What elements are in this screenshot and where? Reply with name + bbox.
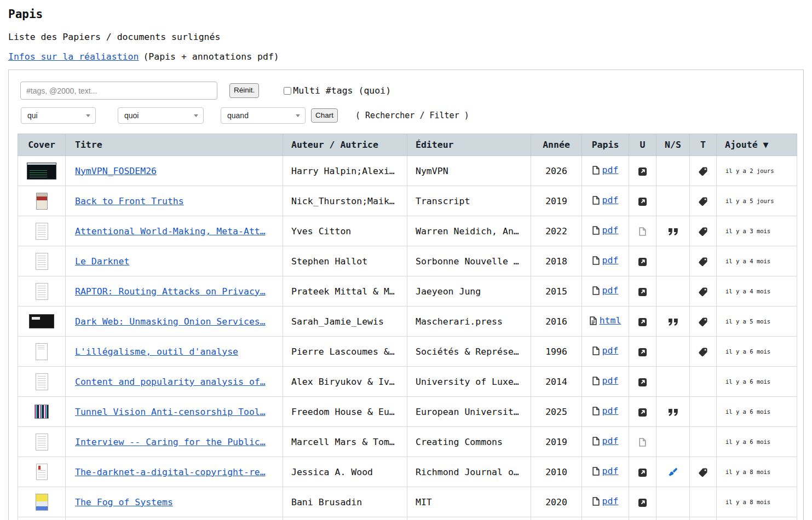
cover-thumbnail[interactable] [35,405,48,418]
author-cell: Marcell Mars & Tom… [283,427,407,457]
col-header-papis[interactable]: Papis [582,134,629,156]
tags-cell [690,427,717,457]
external-link-icon[interactable] [638,348,647,356]
papis-cell: pdf [582,337,629,367]
info-suffix: (Papis + annotations pdf) [143,51,279,62]
paper-title-link[interactable]: Dark Web: Unmasking Onion Services… [75,316,266,327]
publisher-cell: Sociétés & Représe… [407,337,531,367]
cover-thumbnail[interactable] [36,344,47,360]
select-quoi[interactable]: quoi [118,107,204,124]
cover-thumbnail[interactable] [36,494,48,510]
notes-cell [656,427,690,457]
tag-icon[interactable] [699,468,707,477]
external-link-icon[interactable] [638,198,647,206]
paper-title-link[interactable]: Le Darknet [75,256,129,267]
cover-thumbnail[interactable] [27,163,56,179]
papers-table-body: NymVPN_FOSDEM26 Harry Halpin;Alexi… NymV… [18,156,797,520]
document-link[interactable]: pdf [592,255,619,265]
external-link-icon[interactable] [638,469,647,477]
notes-cell [656,457,690,487]
search-input[interactable] [20,82,217,100]
tag-icon[interactable] [699,348,707,356]
col-header-ns[interactable]: N/S [656,134,690,156]
tag-icon[interactable] [699,167,707,176]
year-cell: 1996 [531,337,582,367]
cover-thumbnail[interactable] [37,193,47,209]
external-link-icon[interactable] [638,408,647,417]
pdf-file-gray-icon[interactable] [639,227,646,236]
select-qui[interactable]: qui [21,107,96,124]
cover-thumbnail[interactable] [36,434,48,450]
pdf-file-gray-icon[interactable] [639,438,646,447]
col-header-annee[interactable]: Année [531,134,582,156]
quote-icon [669,409,678,416]
added-cell: il y a 3 mois [717,216,797,246]
external-link-icon[interactable] [638,167,647,176]
paper-title-link[interactable]: The-darknet-a-digital-copyright-re… [75,467,266,477]
paper-title-link[interactable]: Interview -- Caring for the Public… [75,437,266,447]
author-cell: Harry Halpin;Alexi… [283,156,407,186]
pdf-file-icon [592,467,600,476]
paper-title-link[interactable]: Attentional World-Making, Meta-Att… [75,226,266,236]
document-link[interactable]: pdf [592,165,619,175]
cover-thumbnail[interactable] [36,253,48,269]
select-quand-value: quand [227,111,249,120]
author-cell: Sarah_Jamie_Lewis [283,307,407,337]
table-row: Dark Web: Unmasking Onion Services… Sara… [18,307,797,337]
col-header-titre[interactable]: Titre [66,134,283,156]
document-link[interactable]: pdf [592,345,619,356]
document-link[interactable]: pdf [592,285,619,296]
col-header-ajoute[interactable]: Ajouté ▼ [717,134,797,156]
document-link[interactable]: pdf [592,466,619,476]
tag-icon[interactable] [699,197,707,206]
document-link[interactable]: pdf [592,436,619,446]
author-cell: Jessica A. Wood [283,457,407,487]
paper-title-link[interactable]: NymVPN_FOSDEM26 [75,166,157,176]
col-header-u[interactable]: U [629,134,656,156]
publisher-cell: Warren Neidich, An… [407,216,531,246]
chart-button[interactable]: Chart [311,108,338,123]
cover-thumbnail[interactable] [36,374,48,390]
col-header-auteur[interactable]: Auteur / Autrice [283,134,407,156]
paper-title-link[interactable]: RAPTOR: Routing Attacks on Privacy… [75,286,266,297]
external-link-icon[interactable] [638,288,647,296]
external-link-icon[interactable] [638,258,647,266]
cover-thumbnail[interactable] [30,315,54,328]
cover-cell [18,367,66,397]
paper-title-link[interactable]: L'illégalisme, outil d'analyse [75,346,238,357]
cover-thumbnail[interactable] [36,223,48,239]
document-link[interactable]: html [590,315,621,326]
multi-tags-checkbox[interactable] [284,87,291,95]
table-row: RAPTOR: Routing Attacks on Privacy… Prat… [18,276,797,307]
url-cell [629,367,656,397]
external-link-icon[interactable] [638,378,647,386]
added-cell: il y a 4 mois [717,276,797,307]
author-cell: Bani Brusadin [283,487,407,517]
document-link[interactable]: pdf [592,496,619,506]
document-link[interactable]: pdf [592,406,619,416]
cover-thumbnail[interactable] [37,464,47,479]
col-header-t[interactable]: T [690,134,717,156]
document-link[interactable]: pdf [592,195,619,205]
external-link-icon[interactable] [638,318,647,326]
paper-title-link[interactable]: The Fog of Systems [75,497,173,507]
paper-title-link[interactable]: Content and popularity analysis of… [75,377,266,387]
info-link[interactable]: Infos sur la réaliastion [8,51,139,62]
document-link[interactable]: pdf [592,375,619,386]
tag-icon[interactable] [699,257,707,266]
tag-icon[interactable] [699,317,707,326]
pdf-file-icon [592,256,600,265]
paper-title-link[interactable]: Tunnel Vision Anti-censorship Tool… [75,407,266,417]
document-link[interactable]: pdf [592,225,619,235]
tag-icon[interactable] [699,287,707,296]
url-cell [629,216,656,246]
paper-title-link[interactable]: Back to Front Truths [75,196,184,206]
reset-button[interactable]: Réinit. [229,83,259,97]
cover-thumbnail[interactable] [36,284,48,299]
external-link-icon[interactable] [638,499,647,507]
quote-icon [669,228,678,235]
select-quand[interactable]: quand [221,107,306,124]
col-header-cover[interactable]: Cover [18,134,66,156]
tag-icon[interactable] [699,227,707,236]
col-header-editeur[interactable]: Éditeur [407,134,531,156]
